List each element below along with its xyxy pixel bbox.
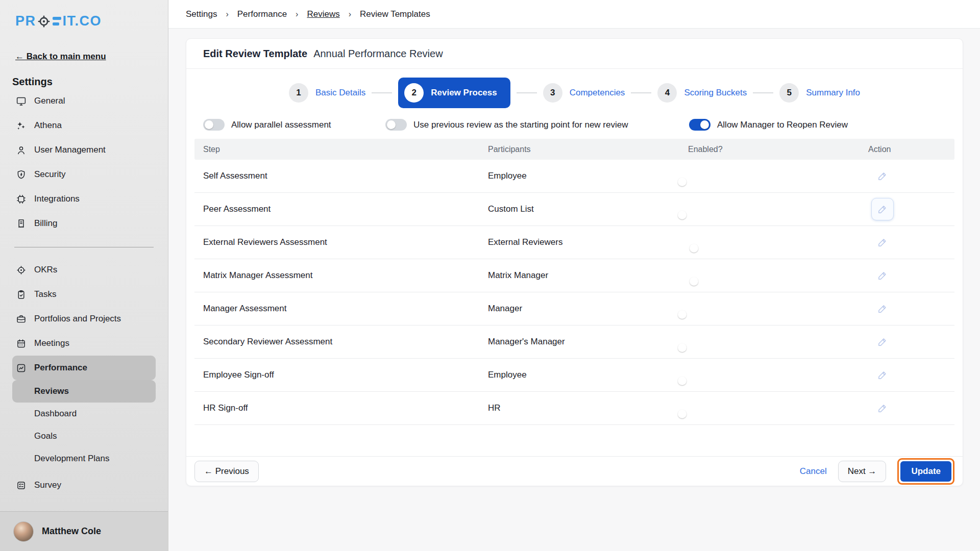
pencil-icon (877, 237, 888, 248)
column-header-action: Action (868, 145, 954, 154)
step-label[interactable]: Competencies (570, 88, 625, 98)
update-button[interactable]: Update (900, 461, 951, 482)
main-area: Settings › Performance › Reviews › Revie… (168, 0, 980, 551)
breadcrumb-performance[interactable]: Performance (237, 9, 287, 19)
column-header-enabled: Enabled? (688, 145, 868, 154)
sidebar-item-development-plans[interactable]: Development Plans (12, 447, 156, 470)
step-connector (631, 92, 651, 93)
edit-step-button[interactable] (871, 297, 894, 320)
breadcrumb-settings[interactable]: Settings (186, 9, 217, 19)
clipboard-icon (15, 289, 27, 300)
table-row: Self Assessment Employee (194, 160, 954, 193)
briefcase-icon (15, 313, 27, 324)
sidebar-item-label: Meetings (34, 338, 69, 348)
sidebar-item-tasks[interactable]: Tasks (12, 282, 156, 307)
step-label[interactable]: Basic Details (315, 88, 365, 98)
option-label: Allow parallel assessment (231, 120, 331, 130)
sidebar-item-security[interactable]: Security (12, 162, 156, 187)
monitor-icon (15, 95, 27, 107)
chevron-right-icon: › (296, 10, 298, 19)
pencil-icon (877, 170, 888, 182)
breadcrumb-review-templates[interactable]: Review Templates (360, 9, 430, 19)
sidebar-item-billing[interactable]: Billing (12, 211, 156, 236)
step-label[interactable]: Review Process (431, 88, 497, 98)
sidebar-subitem-label: Reviews (34, 386, 69, 396)
sidebar-item-user-management[interactable]: User Management (12, 138, 156, 162)
column-header-participants: Participants (488, 145, 688, 154)
table-row: Peer Assessment Custom List (194, 193, 954, 226)
card-footer: ← Previous Cancel Next → Update (186, 456, 963, 486)
calendar-icon (15, 338, 27, 349)
option-previous-review: Use previous review as the starting poin… (385, 119, 689, 131)
update-highlight-box: Update (897, 458, 954, 485)
sidebar-modules-nav: OKRs Tasks Portfolios and Projects Meeti… (0, 258, 168, 497)
step-label[interactable]: Scoring Buckets (684, 88, 747, 98)
back-to-main-menu-link[interactable]: ← Back to main menu (15, 52, 168, 62)
content: Edit Review Template Annual Performance … (168, 29, 980, 551)
step-cell: Secondary Reviewer Assessment (194, 337, 488, 347)
sidebar-item-survey[interactable]: Survey (12, 473, 156, 497)
next-button[interactable]: Next → (838, 461, 887, 482)
target-icon (15, 264, 27, 276)
sidebar-user-footer[interactable]: Matthew Cole (0, 511, 168, 551)
edit-step-button[interactable] (871, 397, 894, 419)
edit-review-template-card: Edit Review Template Annual Performance … (186, 38, 963, 486)
participants-cell: Manager's Manager (488, 337, 688, 347)
edit-step-button[interactable] (871, 198, 894, 220)
sidebar-item-label: Portfolios and Projects (34, 314, 121, 324)
logo-text-itco: IT.CO (63, 13, 102, 29)
step-connector (372, 92, 392, 93)
logo-wordmark: PR IT.CO (15, 13, 102, 29)
step-review-process[interactable]: 2 Review Process (398, 78, 510, 108)
sidebar-item-meetings[interactable]: Meetings (12, 331, 156, 356)
table-row: External Reviewers Assessment External R… (194, 226, 954, 259)
step-label[interactable]: Summary Info (806, 88, 860, 98)
participants-cell: Matrix Manager (488, 270, 688, 281)
sidebar-item-label: Billing (34, 218, 57, 229)
step-cell: Matrix Manager Assessment (194, 270, 488, 281)
sidebar-item-portfolios-projects[interactable]: Portfolios and Projects (12, 307, 156, 331)
sidebar-item-dashboard[interactable]: Dashboard (12, 403, 156, 425)
logo-f-icon (53, 17, 61, 26)
chip-icon (15, 193, 27, 205)
avatar[interactable] (13, 521, 34, 542)
sidebar-item-reviews[interactable]: Reviews (12, 380, 156, 403)
sidebar-item-goals[interactable]: Goals (12, 425, 156, 447)
sidebar-item-performance[interactable]: Performance (12, 356, 156, 380)
step-scoring-buckets[interactable]: 4 Scoring Buckets (657, 83, 747, 103)
step-basic-details[interactable]: 1 Basic Details (289, 83, 365, 103)
step-number: 1 (289, 83, 308, 103)
step-competencies[interactable]: 3 Competencies (543, 83, 625, 103)
cancel-button[interactable]: Cancel (800, 466, 827, 477)
breadcrumb-reviews[interactable]: Reviews (307, 9, 339, 19)
edit-step-button[interactable] (871, 331, 894, 353)
sidebar-item-general[interactable]: General (12, 89, 156, 113)
checklist-icon (15, 480, 27, 491)
column-header-step: Step (194, 145, 488, 154)
manager-reopen-toggle[interactable] (689, 119, 710, 131)
edit-step-button[interactable] (871, 165, 894, 187)
sidebar-item-integrations[interactable]: Integrations (12, 187, 156, 211)
step-cell: Employee Sign-off (194, 370, 488, 380)
pencil-icon (877, 369, 888, 381)
step-cell: Self Assessment (194, 171, 488, 181)
previous-button[interactable]: ← Previous (194, 461, 259, 482)
sidebar-item-label: User Management (34, 145, 106, 155)
participants-cell: Employee (488, 171, 688, 181)
option-label: Allow Manager to Reopen Review (717, 120, 848, 130)
sidebar-item-label: Survey (34, 480, 61, 490)
step-summary-info[interactable]: 5 Summary Info (779, 83, 860, 103)
previous-review-toggle[interactable] (385, 119, 407, 131)
sidebar-item-label: Integrations (34, 194, 80, 204)
edit-step-button[interactable] (871, 231, 894, 254)
edit-step-button[interactable] (871, 364, 894, 386)
pencil-icon (877, 270, 888, 281)
template-name: Annual Performance Review (313, 48, 443, 60)
chevron-right-icon: › (349, 10, 351, 19)
sidebar-item-okrs[interactable]: OKRs (12, 258, 156, 282)
parallel-assessment-toggle[interactable] (203, 119, 225, 131)
sidebar-item-label: Athena (34, 120, 62, 131)
sidebar-item-athena[interactable]: Athena (12, 113, 156, 138)
edit-step-button[interactable] (871, 264, 894, 287)
sidebar-item-label: General (34, 96, 65, 106)
